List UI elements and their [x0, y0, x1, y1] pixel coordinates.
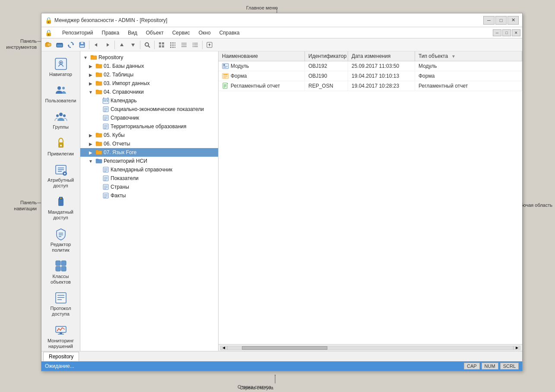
inner-restore-button[interactable]: □ [502, 29, 511, 36]
tree-item-calendar[interactable]: ▶ Календарь [80, 96, 218, 105]
tree-item-indicators[interactable]: ▶ Показатели [80, 174, 218, 183]
toolbar-grid2-btn[interactable] [168, 40, 178, 50]
hscroll-thumb[interactable] [242, 346, 327, 350]
svg-rect-33 [170, 44, 171, 46]
access-log-icon [54, 291, 68, 305]
table-row[interactable]: Модуль OBJ192 25.09.2017 11:03:50 Модуль [219, 61, 522, 71]
table-row[interactable]: Регламентный отчет REP_OSN 19.04.2017 10… [219, 81, 522, 91]
attr-access-icon [54, 163, 68, 177]
toolbar-detail-btn[interactable] [190, 40, 200, 50]
fore-lang-toggle[interactable]: ▶ [87, 149, 94, 156]
tree-item-reports[interactable]: ▶ 06. Отчеты [80, 139, 218, 148]
mandatory-icon [54, 195, 68, 209]
tree-item-territories[interactable]: ▶ Территориальные образования [80, 122, 218, 131]
territories-doc-icon [102, 123, 109, 130]
svg-rect-42 [193, 43, 193, 44]
toolbar-up-btn[interactable] [117, 40, 127, 50]
col-header-type[interactable]: Тип объекта ▼ [415, 51, 522, 61]
toolbar-down-btn[interactable] [128, 40, 138, 50]
tree-root-folder-icon [90, 54, 97, 61]
toolbar-folder-btn[interactable] [54, 40, 65, 50]
tree-item-cubes[interactable]: ▶ 05. Кубы [80, 131, 218, 139]
col-header-date[interactable]: Дата изменения [348, 51, 415, 61]
countries-label: Страны [111, 184, 129, 190]
territories-label: Территориальные образования [111, 123, 187, 130]
menu-item-help[interactable]: Справка [216, 28, 244, 37]
tree-root[interactable]: ▼ Repository [80, 53, 218, 62]
nav-item-attr-access[interactable]: Атрибутный доступ [44, 161, 78, 191]
hscroll-right-btn[interactable]: ▶ [514, 346, 520, 350]
repo-nsi-toggle[interactable]: ▼ [87, 158, 94, 164]
nav-item-object-classes[interactable]: Классы объектов [44, 257, 78, 287]
nav-item-privileges[interactable]: Привилегии [44, 134, 78, 159]
toolbar-list-btn[interactable] [179, 40, 189, 50]
import-folder-icon [95, 80, 102, 87]
nav-item-policy-editor[interactable]: Редактор политик [44, 225, 78, 255]
col-header-name[interactable]: Наименование [219, 51, 305, 61]
tree-root-toggle[interactable]: ▼ [82, 54, 89, 61]
svg-point-58 [63, 114, 66, 117]
tree-item-soceco[interactable]: ▶ Социально-экономические показатели [80, 105, 218, 114]
nav-item-mandatory[interactable]: Мандатный доступ [44, 193, 78, 223]
maximize-button[interactable]: □ [495, 16, 507, 25]
hscroll-track[interactable] [227, 346, 514, 350]
main-window: 🔒 Менеджер безопасности - ADMIN - [Repos… [41, 13, 523, 371]
tree-item-refs[interactable]: ▼ 04. Справочники [80, 88, 218, 96]
tree-item-databases[interactable]: ▶ 01. Базы данных [80, 62, 218, 70]
menu-item-repository[interactable]: Репозиторий [58, 28, 97, 37]
annotation-glavnoe: Главное меню [246, 5, 278, 10]
menu-item-vid[interactable]: Вид [124, 28, 141, 37]
tree-item-tables[interactable]: ▶ 02. Таблицы [80, 70, 218, 79]
tree-item-ref[interactable]: ▶ Справочник [80, 114, 218, 122]
toolbar-search-btn[interactable] [142, 40, 152, 50]
databases-toggle[interactable]: ▶ [87, 63, 94, 70]
svg-rect-97 [91, 55, 93, 57]
toolbar-save-btn[interactable] [77, 40, 87, 50]
toolbar-open-btn[interactable] [43, 40, 54, 50]
tables-label: 02. Таблицы [104, 72, 133, 78]
svg-rect-158 [223, 83, 227, 89]
toolbar-export-btn[interactable] [204, 40, 215, 50]
tab-repository[interactable]: Repository [43, 352, 79, 361]
cubes-toggle[interactable]: ▶ [87, 132, 94, 139]
repo-nsi-label: Репозиторий НСИ [104, 158, 147, 164]
tree-item-fore-lang[interactable]: ▶ 07. Язык Fore [80, 148, 218, 157]
tree-root-label: Repository [98, 54, 123, 60]
tree-item-cal-ref[interactable]: ▶ Календарный справочник [80, 165, 218, 174]
status-text: Ожидание... [45, 363, 462, 369]
nav-item-monitoring[interactable]: Мониторинг нарушений защиты [44, 321, 78, 351]
nav-item-groups[interactable]: Группы [44, 107, 78, 132]
tables-toggle[interactable]: ▶ [87, 71, 94, 78]
menu-item-object[interactable]: Объект [142, 28, 168, 37]
toolbar-forward-btn[interactable] [102, 40, 113, 50]
menu-item-service[interactable]: Сервис [168, 28, 194, 37]
col-header-identifier[interactable]: Идентификатор [305, 51, 348, 61]
svg-rect-99 [96, 64, 98, 65]
minimize-button[interactable]: ─ [483, 16, 495, 25]
inner-minimize-button[interactable]: ─ [493, 29, 501, 36]
tree-item-facts[interactable]: ▶ Факты [80, 191, 218, 200]
nav-item-navigator[interactable]: Навигатор [44, 55, 78, 79]
toolbar-refresh-btn[interactable] [66, 40, 76, 50]
nav-item-access-log[interactable]: Протокол доступа [44, 289, 78, 319]
nav-item-users[interactable]: Пользователи [44, 81, 78, 106]
menu-item-pravka[interactable]: Правка [98, 28, 124, 37]
svg-rect-101 [96, 73, 98, 74]
object-classes-icon [54, 259, 68, 273]
inner-close-button[interactable]: ✕ [512, 29, 520, 36]
svg-point-54 [57, 86, 61, 90]
refs-toggle[interactable]: ▼ [87, 89, 94, 95]
tree-item-import[interactable]: ▶ 03. Импорт данных [80, 79, 218, 88]
close-button[interactable]: ✕ [507, 16, 519, 25]
menu-item-window[interactable]: Окно [195, 28, 215, 37]
import-toggle[interactable]: ▶ [87, 80, 94, 87]
tree-item-countries[interactable]: ▶ Страны [80, 183, 218, 191]
svg-marker-50 [208, 44, 211, 45]
table-row[interactable]: Форма OBJ190 19.04.2017 10:10:13 Форма [219, 71, 522, 81]
toolbar-back-btn[interactable] [91, 40, 101, 50]
tree-item-repo-nsi[interactable]: ▼ Репозиторий НСИ [80, 157, 218, 165]
hscroll-left-btn[interactable]: ◀ [220, 346, 227, 350]
toolbar-grid-btn[interactable] [156, 40, 167, 50]
reports-toggle[interactable]: ▶ [87, 140, 94, 147]
facts-doc-icon [102, 192, 109, 199]
